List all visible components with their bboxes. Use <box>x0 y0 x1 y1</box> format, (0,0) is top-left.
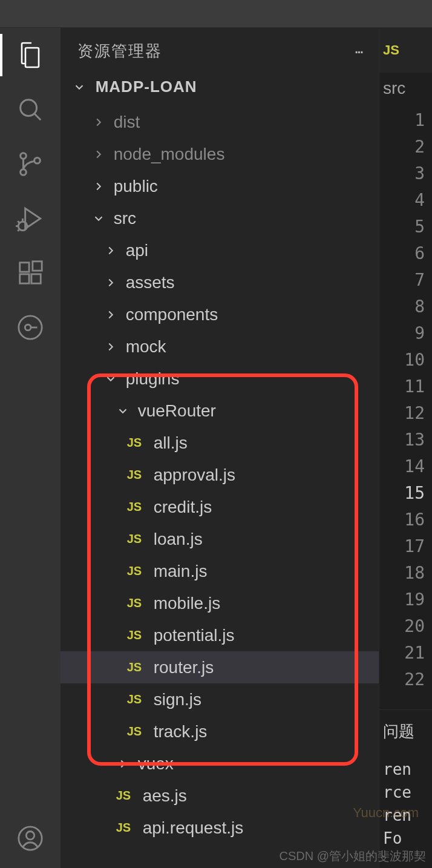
svg-point-19 <box>19 827 42 850</box>
svg-line-11 <box>18 229 19 231</box>
line-number: 10 <box>404 346 425 373</box>
file-sign-js[interactable]: JS sign.js <box>61 683 379 715</box>
line-number: 12 <box>404 399 425 426</box>
line-number: 22 <box>404 666 425 692</box>
search-icon[interactable] <box>15 94 45 125</box>
folder-src[interactable]: src <box>61 202 379 234</box>
file-track-js[interactable]: JS track.js <box>61 715 379 748</box>
svg-rect-14 <box>31 274 41 283</box>
svg-line-1 <box>34 114 41 120</box>
line-number: 3 <box>414 160 425 186</box>
svg-rect-13 <box>20 274 29 283</box>
file-api-request-js[interactable]: JS api.request.js <box>61 812 379 844</box>
chevron-right-icon <box>116 757 134 771</box>
extensions-icon[interactable] <box>15 258 45 288</box>
svg-point-0 <box>21 100 37 116</box>
line-number: 20 <box>404 613 425 639</box>
line-number: 19 <box>404 586 425 613</box>
sidebar-header: 资源管理器 ··· <box>61 28 379 74</box>
svg-rect-12 <box>20 263 29 272</box>
js-file-icon: JS <box>127 564 150 578</box>
line-number: 11 <box>404 373 425 399</box>
file-aes-js[interactable]: JS aes.js <box>61 780 379 812</box>
folder-vuerouter[interactable]: vueRouter <box>61 395 379 427</box>
folder-mock[interactable]: mock <box>61 330 379 363</box>
folder-vuex[interactable]: vuex <box>61 748 379 780</box>
svg-rect-15 <box>33 261 42 271</box>
watermark-yuucn: Yuucn.com <box>353 805 419 821</box>
file-approval-js[interactable]: JS approval.js <box>61 459 379 491</box>
line-number: 1 <box>414 107 425 133</box>
folder-assets[interactable]: assets <box>61 266 379 298</box>
file-all-js[interactable]: JS all.js <box>61 427 379 459</box>
file-potential-js[interactable]: JS potential.js <box>61 619 379 651</box>
line-number: 6 <box>414 240 425 266</box>
chevron-right-icon <box>104 340 122 353</box>
js-file-icon: JS <box>127 532 150 546</box>
line-number: 9 <box>414 320 425 346</box>
folder-plugins[interactable]: plugins <box>61 363 379 395</box>
svg-point-20 <box>26 832 34 840</box>
js-file-icon: JS <box>127 725 150 738</box>
chevron-right-icon <box>104 308 122 321</box>
main-container: 资源管理器 ··· MADP-LOAN dist node_modules pu… <box>0 28 432 868</box>
explorer-icon[interactable] <box>15 40 45 70</box>
line-number: 21 <box>404 639 425 666</box>
chevron-right-icon <box>92 148 110 161</box>
svg-point-17 <box>25 324 31 330</box>
project-root[interactable]: MADP-LOAN <box>61 74 379 106</box>
file-mobile-js[interactable]: JS mobile.js <box>61 587 379 619</box>
folder-components[interactable]: components <box>61 298 379 330</box>
sidebar-title: 资源管理器 <box>77 41 162 62</box>
folder-dist[interactable]: dist <box>61 106 379 138</box>
chevron-right-icon <box>92 180 110 193</box>
folder-api[interactable]: api <box>61 234 379 266</box>
line-number: 14 <box>404 453 425 479</box>
account-icon[interactable] <box>15 823 45 853</box>
file-loan-js[interactable]: JS loan.js <box>61 523 379 555</box>
chevron-right-icon <box>92 116 110 129</box>
folder-public[interactable]: public <box>61 170 379 202</box>
line-number: 8 <box>414 293 425 320</box>
svg-point-3 <box>21 169 27 176</box>
panel-tab-problems[interactable]: 问题 <box>379 709 432 742</box>
js-file-icon: JS <box>116 821 139 835</box>
more-actions-icon[interactable]: ··· <box>354 41 362 61</box>
line-number: 15 <box>404 479 425 506</box>
js-file-icon: JS <box>116 789 139 803</box>
chevron-down-icon <box>104 372 122 386</box>
js-file-icon: JS <box>127 436 150 450</box>
file-router-js[interactable]: JS router.js <box>61 651 379 683</box>
line-number: 2 <box>414 133 425 160</box>
folder-node-modules[interactable]: node_modules <box>61 138 379 170</box>
js-file-icon: JS <box>127 596 150 610</box>
js-file-icon: JS <box>127 468 150 482</box>
line-number: 18 <box>404 559 425 586</box>
editor-tab[interactable]: JS <box>379 28 432 73</box>
line-number: 13 <box>404 426 425 453</box>
source-control-icon[interactable] <box>15 149 45 179</box>
breadcrumb[interactable]: src <box>379 73 432 107</box>
title-bar <box>0 0 432 28</box>
js-file-icon: JS <box>127 660 150 674</box>
editor-area: JS src 123456789101112131415161718192021… <box>379 28 432 868</box>
js-file-icon: JS <box>127 500 150 514</box>
js-file-icon: JS <box>127 628 150 642</box>
js-file-icon: JS <box>127 692 150 706</box>
explorer-sidebar: 资源管理器 ··· MADP-LOAN dist node_modules pu… <box>61 28 379 868</box>
activity-bar <box>0 28 61 868</box>
gitlens-icon[interactable] <box>15 312 45 343</box>
chevron-down-icon <box>92 212 110 225</box>
js-file-icon: JS <box>383 42 399 58</box>
file-credit-js[interactable]: JS credit.js <box>61 491 379 523</box>
chevron-right-icon <box>104 244 122 257</box>
file-main-js[interactable]: JS main.js <box>61 555 379 587</box>
svg-point-4 <box>34 157 41 163</box>
line-number: 16 <box>404 506 425 533</box>
line-numbers: 12345678910111213141516171819202122 <box>379 107 432 692</box>
svg-line-10 <box>18 221 19 223</box>
line-number: 7 <box>414 266 425 293</box>
chevron-down-icon <box>116 404 134 418</box>
debug-icon[interactable] <box>15 203 45 234</box>
line-number: 5 <box>414 213 425 240</box>
